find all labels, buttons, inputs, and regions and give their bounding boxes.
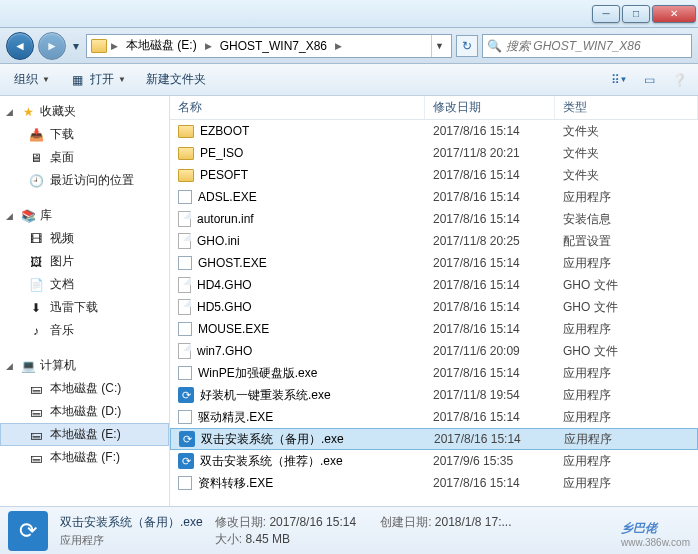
sidebar-item-desktop[interactable]: 🖥桌面 (0, 146, 169, 169)
sidebar-item-thunder[interactable]: ⬇迅雷下载 (0, 296, 169, 319)
file-row[interactable]: ⟳好装机一键重装系统.exe2017/11/8 19:54应用程序 (170, 384, 698, 406)
sidebar-item-documents[interactable]: 📄文档 (0, 273, 169, 296)
recent-icon: 🕘 (28, 173, 44, 189)
file-name: GHO.ini (197, 234, 240, 248)
column-type[interactable]: 类型 (555, 96, 698, 119)
file-name-cell: ⟳双击安装系统（备用）.exe (171, 431, 426, 448)
file-row[interactable]: ⟳双击安装系统（备用）.exe2017/8/16 15:14应用程序 (170, 428, 698, 450)
file-row[interactable]: autorun.inf2017/8/16 15:14安装信息 (170, 208, 698, 230)
drive-icon: 🖴 (28, 427, 44, 443)
sidebar-item-videos[interactable]: 🎞视频 (0, 227, 169, 250)
file-name-cell: PE_ISO (170, 146, 425, 160)
sidebar-item-pictures[interactable]: 🖼图片 (0, 250, 169, 273)
app-icon: ⟳ (178, 387, 194, 403)
file-date-cell: 2017/8/16 15:14 (425, 278, 555, 292)
file-row[interactable]: PESOFT2017/8/16 15:14文件夹 (170, 164, 698, 186)
minimize-button[interactable]: ─ (592, 5, 620, 23)
file-row[interactable]: HD4.GHO2017/8/16 15:14GHO 文件 (170, 274, 698, 296)
file-icon (178, 211, 191, 227)
file-row[interactable]: 资料转移.EXE2017/8/16 15:14应用程序 (170, 472, 698, 494)
forward-button[interactable]: ► (38, 32, 66, 60)
preview-pane-button[interactable]: ▭ (638, 69, 660, 91)
refresh-button[interactable]: ↻ (456, 35, 478, 57)
chevron-down-icon: ▼ (42, 75, 50, 84)
new-folder-button[interactable]: 新建文件夹 (140, 69, 212, 90)
sidebar: ◢★收藏夹 📥下载 🖥桌面 🕘最近访问的位置 ◢📚库 🎞视频 🖼图片 📄文档 ⬇… (0, 96, 170, 506)
file-row[interactable]: GHOST.EXE2017/8/16 15:14应用程序 (170, 252, 698, 274)
view-options-button[interactable]: ⠿▼ (608, 69, 630, 91)
nav-dropdown[interactable]: ▾ (70, 39, 82, 53)
column-name[interactable]: 名称 (170, 96, 425, 119)
file-row[interactable]: PE_ISO2017/11/8 20:21文件夹 (170, 142, 698, 164)
details-created-label: 创建日期: (380, 515, 431, 529)
file-row[interactable]: ⟳双击安装系统（推荐）.exe2017/9/6 15:35应用程序 (170, 450, 698, 472)
sidebar-item-drive-e[interactable]: 🖴本地磁盘 (E:) (0, 423, 169, 446)
file-row[interactable]: EZBOOT2017/8/16 15:14文件夹 (170, 120, 698, 142)
file-date-cell: 2017/8/16 15:14 (425, 190, 555, 204)
toolbar: 组织▼ ▦打开▼ 新建文件夹 ⠿▼ ▭ ❔ (0, 64, 698, 96)
back-button[interactable]: ◄ (6, 32, 34, 60)
sidebar-libraries-group: ◢📚库 🎞视频 🖼图片 📄文档 ⬇迅雷下载 ♪音乐 (0, 204, 169, 342)
search-icon: 🔍 (487, 39, 502, 53)
details-modified-value: 2017/8/16 15:14 (269, 515, 356, 529)
file-type-cell: 文件夹 (555, 167, 698, 184)
file-row[interactable]: WinPE加强硬盘版.exe2017/8/16 15:14应用程序 (170, 362, 698, 384)
file-row[interactable]: HD5.GHO2017/8/16 15:14GHO 文件 (170, 296, 698, 318)
file-type-cell: GHO 文件 (555, 299, 698, 316)
triangle-icon: ◢ (6, 107, 16, 117)
close-button[interactable]: ✕ (652, 5, 696, 23)
file-date-cell: 2017/11/6 20:09 (425, 344, 555, 358)
folder-icon (178, 125, 194, 138)
sidebar-item-music[interactable]: ♪音乐 (0, 319, 169, 342)
details-meta: 修改日期: 2017/8/16 15:14大小: 8.45 MB 创建日期: 2… (215, 514, 512, 548)
download-icon: 📥 (28, 127, 44, 143)
file-name: HD4.GHO (197, 278, 252, 292)
sidebar-item-downloads[interactable]: 📥下载 (0, 123, 169, 146)
library-icon: 📚 (20, 208, 36, 224)
sidebar-item-recent[interactable]: 🕘最近访问的位置 (0, 169, 169, 192)
sidebar-item-drive-c[interactable]: 🖴本地磁盘 (C:) (0, 377, 169, 400)
file-row[interactable]: GHO.ini2017/11/8 20:25配置设置 (170, 230, 698, 252)
open-button[interactable]: ▦打开▼ (64, 69, 132, 90)
sidebar-favorites-head[interactable]: ◢★收藏夹 (0, 100, 169, 123)
file-type-cell: 应用程序 (555, 409, 698, 426)
help-button[interactable]: ❔ (668, 69, 690, 91)
file-type-cell: 配置设置 (555, 233, 698, 250)
file-date-cell: 2017/8/16 15:14 (425, 410, 555, 424)
file-date-cell: 2017/8/16 15:14 (425, 168, 555, 182)
search-input[interactable] (506, 39, 687, 53)
file-row[interactable]: MOUSE.EXE2017/8/16 15:14应用程序 (170, 318, 698, 340)
search-box[interactable]: 🔍 (482, 34, 692, 58)
file-name-cell: ADSL.EXE (170, 190, 425, 204)
breadcrumb[interactable]: ▶ 本地磁盘 (E:) ▶ GHOST_WIN7_X86 ▶ ▼ (86, 34, 452, 58)
breadcrumb-folder[interactable]: GHOST_WIN7_X86 (216, 39, 331, 53)
file-row[interactable]: ADSL.EXE2017/8/16 15:14应用程序 (170, 186, 698, 208)
organize-button[interactable]: 组织▼ (8, 69, 56, 90)
file-date-cell: 2017/8/16 15:14 (425, 300, 555, 314)
file-name: HD5.GHO (197, 300, 252, 314)
breadcrumb-drive[interactable]: 本地磁盘 (E:) (122, 37, 201, 54)
file-icon (178, 277, 191, 293)
sidebar-libraries-head[interactable]: ◢📚库 (0, 204, 169, 227)
file-row[interactable]: win7.GHO2017/11/6 20:09GHO 文件 (170, 340, 698, 362)
file-row[interactable]: 驱动精灵.EXE2017/8/16 15:14应用程序 (170, 406, 698, 428)
desktop-icon: 🖥 (28, 150, 44, 166)
file-type-cell: 文件夹 (555, 145, 698, 162)
breadcrumb-dropdown[interactable]: ▼ (431, 35, 447, 57)
folder-icon (91, 39, 107, 53)
file-type-cell: 应用程序 (555, 189, 698, 206)
chevron-right-icon: ▶ (109, 41, 120, 51)
maximize-button[interactable]: □ (622, 5, 650, 23)
app-icon: ⟳ (178, 453, 194, 469)
sidebar-item-drive-d[interactable]: 🖴本地磁盘 (D:) (0, 400, 169, 423)
exe-icon (178, 366, 192, 380)
file-icon (178, 233, 191, 249)
file-name: MOUSE.EXE (198, 322, 269, 336)
column-date[interactable]: 修改日期 (425, 96, 555, 119)
details-modified-label: 修改日期: (215, 515, 266, 529)
sidebar-computer-head[interactable]: ◢💻计算机 (0, 354, 169, 377)
details-filename: 双击安装系统（备用）.exe (60, 514, 203, 531)
file-list: 名称 修改日期 类型 EZBOOT2017/8/16 15:14文件夹PE_IS… (170, 96, 698, 506)
file-date-cell: 2017/11/8 20:25 (425, 234, 555, 248)
sidebar-item-drive-f[interactable]: 🖴本地磁盘 (F:) (0, 446, 169, 469)
